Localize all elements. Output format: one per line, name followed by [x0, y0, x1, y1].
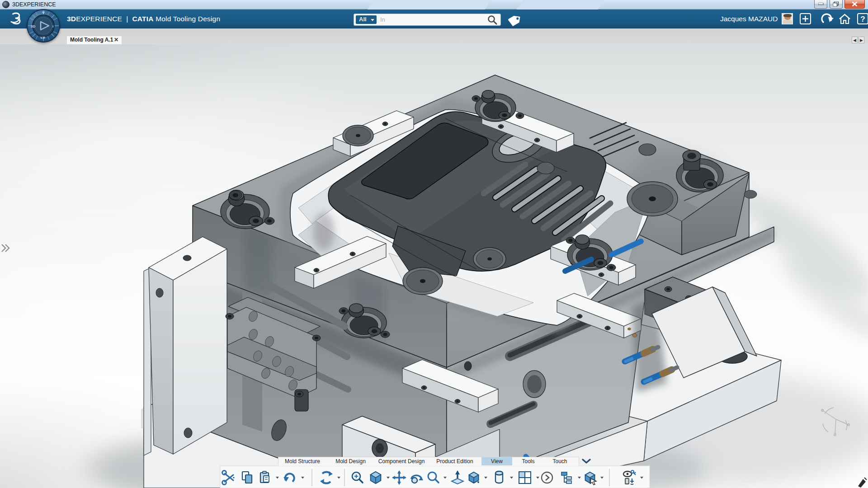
svg-text:3D: 3D	[31, 24, 35, 28]
svg-text:?: ?	[860, 15, 865, 23]
svg-text:V.R: V.R	[40, 36, 45, 39]
svg-text:i: i	[52, 24, 53, 28]
